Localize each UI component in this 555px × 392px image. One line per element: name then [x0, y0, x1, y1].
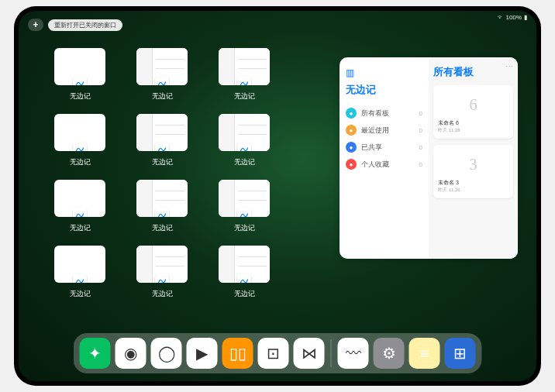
dock-app-connect[interactable]: ⋈ — [294, 338, 325, 369]
dock-app-dice[interactable]: ⊡ — [258, 338, 289, 369]
dock-app-books[interactable]: ▯▯ — [222, 338, 253, 369]
app-thumbnail[interactable]: 无边记 — [214, 246, 274, 299]
thumbnail-label: 无边记 — [70, 91, 91, 101]
board-card[interactable]: 3 未命名 3 昨天 11:26 — [433, 145, 513, 198]
thumbnail-label: 无边记 — [152, 223, 173, 233]
thumbnail-preview — [54, 180, 105, 217]
dock-separator — [331, 339, 332, 367]
app-thumbnail[interactable]: 无边记 — [50, 48, 110, 101]
thumbnail-label: 无边记 — [70, 289, 91, 299]
board-date: 昨天 11:28 — [438, 127, 508, 134]
category-icon: ● — [346, 142, 357, 153]
freeform-sidebar-panel: ▥ 无边记 ● 所有看板 0● 最近使用 0● 已共享 0● 个人收藏 0 ⋯ … — [340, 57, 518, 259]
freeform-app-icon — [155, 76, 169, 85]
thumbnail-preview — [54, 114, 105, 151]
freeform-app-icon — [237, 208, 251, 217]
thumbnail-label: 无边记 — [70, 223, 91, 233]
thumbnail-preview — [219, 180, 270, 217]
board-card[interactable]: 6 未命名 6 昨天 11:28 — [433, 85, 513, 139]
item-count: 0 — [419, 110, 422, 117]
app-thumbnail[interactable]: 无边记 — [214, 180, 274, 233]
board-preview: 3 — [438, 150, 508, 179]
freeform-app-icon — [237, 142, 251, 151]
freeform-app-icon — [237, 76, 251, 85]
more-menu-icon[interactable]: ⋯ — [505, 62, 513, 70]
thumbnail-label: 无边记 — [234, 157, 255, 167]
sidebar-item-已共享[interactable]: ● 已共享 0 — [346, 139, 422, 156]
sidebar-item-label: 最近使用 — [361, 126, 389, 136]
app-thumbnail[interactable]: 无边记 — [132, 246, 192, 299]
thumbnail-preview — [219, 48, 270, 85]
sidebar-navigation: ▥ 无边记 ● 所有看板 0● 最近使用 0● 已共享 0● 个人收藏 0 — [340, 57, 429, 259]
app-thumbnail[interactable]: 无边记 — [50, 180, 110, 233]
sidebar-toggle-icon[interactable]: ▥ — [346, 67, 354, 78]
sidebar-item-label: 所有看板 — [361, 108, 389, 119]
dice-icon: ⊡ — [267, 344, 280, 363]
dock-app-library[interactable]: ⊞ — [445, 338, 476, 369]
dock-app-wechat[interactable]: ✦ — [80, 338, 111, 369]
app-switcher-grid: 无边记无边记无边记无边记无边记无边记无边记无边记无边记无边记无边记无边记 — [50, 48, 274, 299]
dock: ✦◉◯▶▯▯⊡⋈〰⚙≡⊞ — [74, 333, 482, 373]
item-count: 0 — [419, 161, 422, 168]
freeform-app-icon — [73, 208, 87, 217]
freeform-app-icon — [73, 76, 87, 85]
status-bar: ᯤ 100% ▮ — [498, 14, 527, 21]
board-name: 未命名 3 — [438, 179, 508, 187]
thumbnail-preview — [136, 114, 188, 151]
thumbnail-preview — [136, 48, 188, 85]
thumbnail-label: 无边记 — [152, 91, 173, 101]
sidebar-item-个人收藏[interactable]: ● 个人收藏 0 — [346, 156, 422, 173]
board-name: 未命名 6 — [438, 119, 508, 127]
ipad-frame: ᯤ 100% ▮ + 重新打开已关闭的窗口 无边记无边记无边记无边记无边记无边记… — [14, 6, 541, 386]
sidebar-title: 无边记 — [346, 83, 422, 97]
dock-app-notes[interactable]: ≡ — [409, 338, 440, 369]
notes-icon: ≡ — [420, 345, 429, 363]
dock-app-settings[interactable]: ⚙ — [374, 338, 405, 369]
app-thumbnail[interactable]: 无边记 — [132, 48, 192, 101]
top-controls: + 重新打开已关闭的窗口 — [28, 19, 122, 31]
app-thumbnail[interactable]: 无边记 — [132, 180, 192, 233]
thumbnail-label: 无边记 — [234, 223, 255, 233]
freeform-app-icon — [73, 142, 87, 151]
battery-label: 100% — [506, 14, 522, 21]
thumbnail-preview — [136, 180, 188, 217]
freeform-icon: 〰 — [346, 345, 361, 363]
connect-icon: ⋈ — [302, 344, 317, 363]
thumbnail-label: 无边记 — [234, 91, 255, 101]
category-icon: ● — [346, 125, 357, 136]
sidebar-item-所有看板[interactable]: ● 所有看板 0 — [346, 105, 422, 122]
dock-app-browser1[interactable]: ◉ — [115, 338, 147, 369]
category-icon: ● — [346, 108, 357, 119]
thumbnail-preview — [54, 246, 105, 283]
thumbnail-preview — [136, 246, 188, 283]
thumbnail-label: 无边记 — [70, 157, 91, 167]
library-icon: ⊞ — [453, 344, 467, 363]
thumbnail-preview — [219, 114, 270, 151]
boards-title: 所有看板 — [433, 65, 513, 79]
freeform-app-icon — [155, 273, 169, 283]
dock-app-play[interactable]: ▶ — [187, 338, 218, 369]
reopen-window-button[interactable]: 重新打开已关闭的窗口 — [48, 19, 122, 31]
app-thumbnail[interactable]: 无边记 — [132, 114, 192, 167]
app-thumbnail[interactable]: 无边记 — [50, 246, 110, 299]
sidebar-item-最近使用[interactable]: ● 最近使用 0 — [346, 122, 422, 139]
settings-icon: ⚙ — [382, 344, 396, 363]
ipad-screen: ᯤ 100% ▮ + 重新打开已关闭的窗口 无边记无边记无边记无边记无边记无边记… — [19, 11, 536, 381]
board-preview: 6 — [438, 90, 508, 119]
dock-app-freeform[interactable]: 〰 — [338, 338, 369, 369]
play-icon: ▶ — [196, 344, 208, 363]
freeform-app-icon — [155, 208, 169, 217]
thumbnail-preview — [219, 246, 270, 283]
category-icon: ● — [346, 159, 357, 170]
wifi-icon: ᯤ — [498, 14, 504, 21]
dock-app-browser2[interactable]: ◯ — [151, 338, 182, 369]
thumbnail-preview — [54, 48, 105, 85]
app-thumbnail[interactable]: 无边记 — [50, 114, 110, 167]
freeform-app-icon — [237, 273, 251, 283]
app-thumbnail[interactable]: 无边记 — [214, 48, 274, 101]
app-thumbnail[interactable]: 无边记 — [214, 114, 274, 167]
add-button[interactable]: + — [28, 19, 43, 31]
thumbnail-label: 无边记 — [234, 289, 255, 299]
thumbnail-label: 无边记 — [152, 157, 173, 167]
sidebar-item-label: 个人收藏 — [361, 160, 389, 170]
